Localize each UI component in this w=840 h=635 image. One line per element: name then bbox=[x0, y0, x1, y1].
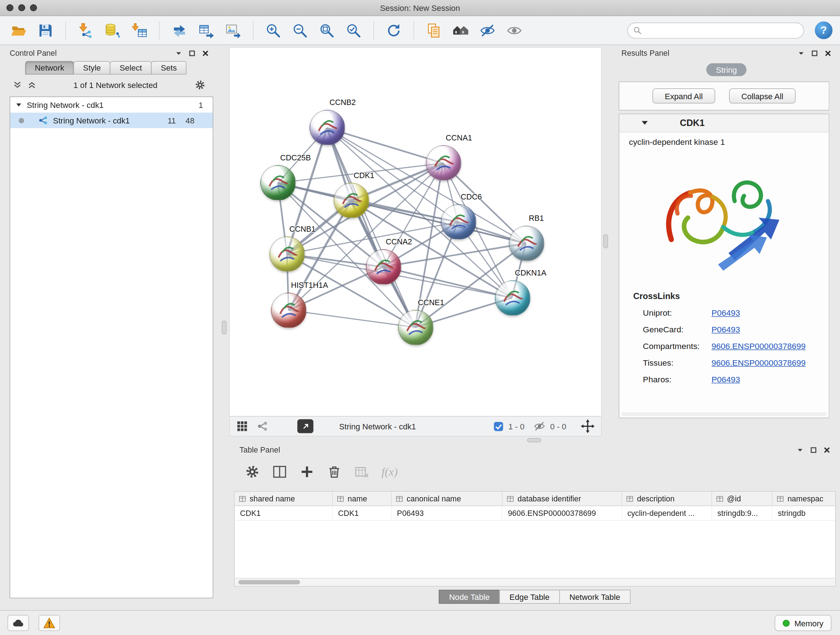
tab-network[interactable]: Network bbox=[25, 61, 74, 74]
close-panel-icon[interactable] bbox=[824, 50, 831, 57]
close-panel-icon[interactable] bbox=[823, 447, 830, 453]
float-panel-icon[interactable] bbox=[188, 50, 195, 57]
delete-column-icon[interactable] bbox=[327, 464, 341, 479]
import-table-button[interactable] bbox=[128, 19, 150, 42]
network-node-ccnb2[interactable] bbox=[309, 110, 345, 146]
network-node-ccna1[interactable] bbox=[426, 145, 461, 181]
network-node-cdc6[interactable] bbox=[441, 204, 477, 240]
network-node-rb1[interactable] bbox=[509, 226, 545, 261]
hide-selected-button[interactable] bbox=[477, 19, 499, 42]
network-node-cdc25b[interactable] bbox=[261, 165, 296, 201]
network-node-ccna2[interactable] bbox=[366, 249, 401, 285]
zoom-in-button[interactable] bbox=[262, 19, 284, 42]
export-table-button[interactable] bbox=[195, 19, 218, 42]
splitter-handle[interactable] bbox=[603, 234, 608, 249]
column-header--id[interactable]: @id bbox=[712, 492, 772, 506]
column-header-name[interactable]: name bbox=[333, 492, 392, 506]
uniprot-link[interactable]: P06493 bbox=[712, 308, 740, 318]
zoom-out-button[interactable] bbox=[289, 19, 311, 42]
collapse-panel-icon[interactable] bbox=[175, 50, 182, 57]
network-node-ccnb1[interactable] bbox=[270, 236, 305, 272]
network-node-hist1h1a[interactable] bbox=[271, 293, 306, 328]
network-edge[interactable] bbox=[327, 128, 415, 327]
tab-edge-table[interactable]: Edge Table bbox=[499, 590, 560, 604]
network-overview-icon[interactable] bbox=[256, 420, 268, 432]
birds-eye-view-icon[interactable] bbox=[236, 420, 248, 432]
tab-network-table[interactable]: Network Table bbox=[559, 590, 630, 604]
maximize-window-button[interactable] bbox=[30, 4, 37, 11]
zoom-selected-button[interactable] bbox=[342, 19, 365, 42]
column-header-description[interactable]: description bbox=[622, 492, 712, 506]
splitter-handle[interactable] bbox=[222, 321, 226, 335]
apply-style-button[interactable] bbox=[382, 19, 405, 42]
network-node-cdkn1a[interactable] bbox=[495, 280, 531, 316]
show-all-button[interactable] bbox=[449, 19, 472, 42]
import-network-button[interactable] bbox=[74, 19, 97, 42]
help-button[interactable]: ? bbox=[815, 21, 832, 39]
collapse-panel-icon[interactable] bbox=[798, 50, 805, 57]
expand-all-button[interactable]: Expand All bbox=[653, 88, 715, 103]
memory-button[interactable]: Memory bbox=[775, 615, 831, 631]
show-columns-icon[interactable] bbox=[272, 464, 287, 479]
table-cell[interactable]: P06493 bbox=[392, 506, 503, 520]
table-horizontal-scrollbar[interactable] bbox=[235, 578, 835, 586]
network-node-cdk1[interactable] bbox=[334, 183, 369, 218]
pharos-link[interactable]: P06493 bbox=[712, 374, 740, 384]
collapse-all-networks-icon[interactable] bbox=[13, 80, 22, 89]
network-collection-row[interactable]: String Network - cdk1 1 bbox=[10, 97, 213, 112]
protein-section-header[interactable]: CDK1 bbox=[619, 114, 829, 132]
network-row[interactable]: String Network - cdk1 11 48 bbox=[10, 112, 213, 128]
table-cell[interactable]: 9606.ENSP00000378699 bbox=[502, 506, 622, 520]
table-cell[interactable]: CDK1 bbox=[333, 506, 392, 520]
save-session-button[interactable] bbox=[34, 19, 57, 42]
detach-view-button[interactable] bbox=[297, 419, 313, 433]
float-panel-icon[interactable] bbox=[810, 447, 817, 453]
tab-sets[interactable]: Sets bbox=[151, 61, 187, 74]
fit-content-icon[interactable] bbox=[581, 419, 595, 433]
tissues-link[interactable]: 9606.ENSP00000378699 bbox=[712, 358, 806, 368]
cloud-status-button[interactable] bbox=[8, 615, 29, 631]
results-scrollbar[interactable] bbox=[622, 412, 827, 416]
add-column-icon[interactable] bbox=[300, 464, 314, 479]
table-options-gear-icon[interactable] bbox=[245, 464, 260, 479]
column-header-namespac[interactable]: namespac bbox=[772, 492, 836, 506]
import-network-from-database-button[interactable] bbox=[101, 19, 124, 42]
column-header-canonical-name[interactable]: canonical name bbox=[392, 492, 503, 506]
table-cell[interactable]: stringdb bbox=[772, 506, 836, 520]
column-header-database-identifier[interactable]: database identifier bbox=[502, 492, 622, 506]
expander-icon[interactable] bbox=[16, 102, 22, 108]
close-window-button[interactable] bbox=[6, 4, 13, 11]
tab-select[interactable]: Select bbox=[110, 61, 152, 74]
open-session-button[interactable] bbox=[8, 19, 30, 42]
network-node-ccne1[interactable] bbox=[398, 310, 433, 345]
tab-style[interactable]: Style bbox=[73, 61, 111, 74]
scrollbar-thumb[interactable] bbox=[238, 580, 300, 584]
column-header-shared-name[interactable]: shared name bbox=[235, 492, 333, 506]
show-hidden-button[interactable] bbox=[503, 19, 526, 42]
network-options-gear-icon[interactable] bbox=[195, 79, 206, 90]
genecard-link[interactable]: P06493 bbox=[712, 325, 740, 334]
close-panel-icon[interactable] bbox=[202, 50, 209, 57]
expand-all-networks-icon[interactable] bbox=[27, 80, 36, 89]
table-cell[interactable]: CDK1 bbox=[235, 506, 333, 520]
table-cell[interactable]: cyclin-dependent ... bbox=[622, 506, 712, 520]
collapse-panel-icon[interactable] bbox=[797, 447, 804, 453]
network-canvas[interactable]: CCNB2CCNA1CDC25BCDK1CDC6RB1CCNB1CCNA2CDK… bbox=[230, 48, 601, 417]
network-edge[interactable] bbox=[289, 310, 415, 327]
collapse-section-icon[interactable] bbox=[641, 119, 649, 127]
zoom-fit-button[interactable] bbox=[316, 19, 338, 42]
table-cell[interactable]: stringdb:9... bbox=[712, 506, 772, 520]
export-image-button[interactable] bbox=[222, 19, 244, 42]
splitter-handle[interactable] bbox=[527, 438, 541, 442]
export-network-button[interactable] bbox=[168, 19, 191, 42]
table-row[interactable]: CDK1CDK1P064939606.ENSP00000378699cyclin… bbox=[235, 506, 835, 521]
compartments-link[interactable]: 9606.ENSP00000378699 bbox=[712, 341, 806, 351]
duplicate-session-button[interactable] bbox=[423, 19, 445, 42]
search-input[interactable] bbox=[645, 26, 798, 35]
float-panel-icon[interactable] bbox=[811, 50, 818, 57]
warnings-button[interactable] bbox=[39, 615, 60, 631]
tab-node-table[interactable]: Node Table bbox=[439, 590, 500, 604]
collapse-all-button[interactable]: Collapse All bbox=[729, 88, 796, 103]
string-tab-badge[interactable]: String bbox=[706, 63, 746, 76]
minimize-window-button[interactable] bbox=[18, 4, 25, 11]
